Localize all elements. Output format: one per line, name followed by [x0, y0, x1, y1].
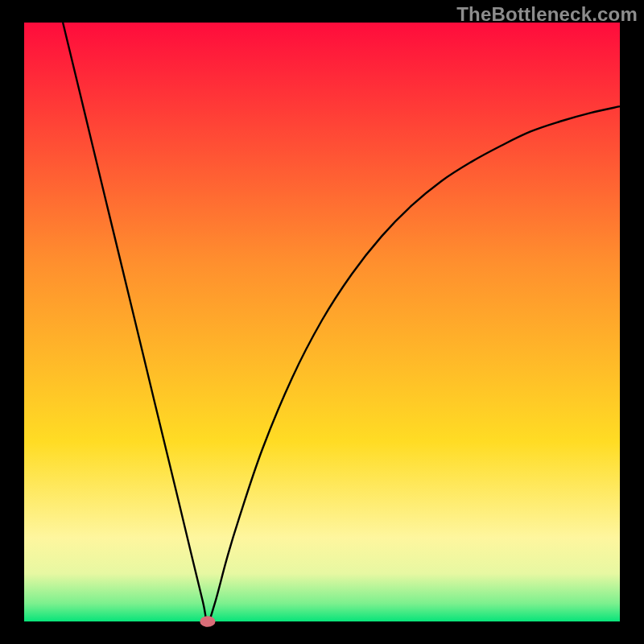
- chart-svg: [0, 0, 644, 644]
- watermark-text: TheBottleneck.com: [456, 3, 638, 26]
- minimum-marker: [200, 616, 215, 626]
- chart-container: TheBottleneck.com: [0, 0, 644, 644]
